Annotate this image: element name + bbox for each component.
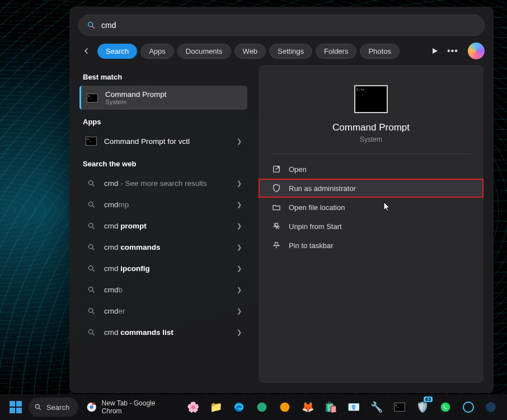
taskbar-app-chat[interactable] <box>481 396 501 418</box>
chevron-right-icon: ❯ <box>237 286 242 293</box>
taskbar-security[interactable]: 🛡️ 63 <box>412 396 433 418</box>
taskbar-explorer[interactable]: 📁 <box>206 396 227 418</box>
result-subtitle: System <box>105 99 242 105</box>
mail-icon: 📧 <box>348 401 360 413</box>
shield-icon <box>272 184 281 193</box>
chevron-right-icon: ❯ <box>237 222 242 230</box>
chevron-right-icon: ❯ <box>237 138 242 145</box>
result-title: cmd commands <box>104 243 233 251</box>
chevron-right-icon: ❯ <box>237 307 242 315</box>
preview-pane: Command Prompt System OpenRun as adminis… <box>259 65 483 383</box>
action-folder[interactable]: Open file location <box>259 198 483 217</box>
edge-icon <box>233 402 245 413</box>
web-result-item[interactable]: cmd ipconfig ❯ <box>79 258 247 279</box>
search-icon <box>34 403 42 411</box>
more-button[interactable]: ••• <box>445 44 460 58</box>
tab-apps[interactable]: Apps <box>140 44 174 59</box>
search-bar[interactable] <box>78 15 485 36</box>
taskbar: Search New Tab - Google Chrom 🌸 📁 🦊 🛍️ 📧… <box>0 394 507 420</box>
result-title: cmd ipconfig <box>104 264 233 273</box>
folder-icon <box>272 203 281 212</box>
open-icon <box>272 165 281 174</box>
preview-subtitle: System <box>259 136 483 143</box>
folder-icon: 📁 <box>210 401 222 413</box>
best-match-item[interactable]: Command Prompt System <box>79 86 247 110</box>
svg-point-7 <box>88 308 93 312</box>
taskbar-edge-canary[interactable] <box>275 396 295 418</box>
action-shield[interactable]: Run as administrator <box>259 179 483 198</box>
chevron-right-icon: ❯ <box>237 201 242 208</box>
result-title: cmdmp <box>104 200 233 209</box>
store-icon: 🛍️ <box>325 401 337 413</box>
search-icon <box>85 326 97 338</box>
web-result-item[interactable]: cmd prompt ❯ <box>79 215 247 236</box>
web-result-item[interactable]: cmd commands ❯ <box>79 236 247 258</box>
tab-search[interactable]: Search <box>97 44 137 59</box>
web-result-item[interactable]: cmdmp ❯ <box>79 194 247 215</box>
svg-point-17 <box>463 402 473 412</box>
taskbar-search[interactable]: Search <box>29 398 78 417</box>
action-label: Pin to taskbar <box>289 241 334 250</box>
circle-icon <box>463 402 474 413</box>
chat-icon <box>485 402 496 413</box>
edge-canary-icon <box>279 402 290 413</box>
tab-folders[interactable]: Folders <box>316 44 356 59</box>
action-pin[interactable]: Pin to taskbar <box>259 236 483 255</box>
taskbar-edge[interactable] <box>229 396 250 418</box>
result-title: Command Prompt for vctl <box>104 137 233 146</box>
chevron-right-icon: ❯ <box>237 329 242 336</box>
svg-point-6 <box>88 287 93 291</box>
shield-icon: 🛡️ <box>416 401 429 413</box>
result-title: cmder <box>104 307 233 315</box>
tab-documents[interactable]: Documents <box>177 44 231 59</box>
chevron-right-icon: ❯ <box>237 244 242 251</box>
taskbar-chrome[interactable]: New Tab - Google Chrom <box>81 396 181 418</box>
taskbar-mail[interactable]: 📧 <box>343 396 364 418</box>
taskbar-edge-dev[interactable] <box>252 396 273 418</box>
start-search-panel: Search Apps Documents Web Settings Folde… <box>69 7 494 393</box>
taskbar-whatsapp[interactable] <box>435 396 456 418</box>
taskbar-firefox[interactable]: 🦊 <box>297 396 318 418</box>
preview-app-icon <box>354 85 388 113</box>
start-button[interactable] <box>6 396 26 418</box>
action-unpin[interactable]: Unpin from Start <box>259 217 483 236</box>
svg-point-1 <box>88 180 93 185</box>
tab-photos[interactable]: Photos <box>360 44 399 59</box>
copilot-button[interactable] <box>468 43 485 59</box>
svg-point-4 <box>88 244 93 249</box>
web-result-item[interactable]: cmder ❯ <box>79 300 247 321</box>
result-title: cmdb <box>104 286 233 294</box>
svg-point-8 <box>88 329 93 334</box>
tab-settings[interactable]: Settings <box>269 44 312 59</box>
search-input[interactable] <box>101 21 476 30</box>
play-button[interactable] <box>428 44 442 58</box>
taskbar-terminal[interactable] <box>389 396 410 418</box>
web-result-item[interactable]: cmd commands list ❯ <box>79 321 247 343</box>
chrome-icon <box>86 402 97 413</box>
result-title: Command Prompt <box>105 90 242 99</box>
terminal-icon <box>394 403 405 412</box>
cmd-app-icon <box>85 135 97 147</box>
taskbar-app-flower[interactable]: 🌸 <box>183 396 204 418</box>
taskbar-tool[interactable]: 🔧 <box>366 396 387 418</box>
taskbar-app-blue[interactable] <box>458 396 478 418</box>
results-column: Best match Command Prompt System Apps Co… <box>79 65 247 383</box>
play-icon <box>431 48 438 54</box>
result-title: cmd prompt <box>104 222 233 230</box>
svg-point-14 <box>257 403 267 412</box>
web-result-item[interactable]: cmd - See more search results ❯ <box>79 172 247 194</box>
back-button[interactable] <box>78 43 94 59</box>
svg-point-12 <box>90 405 93 409</box>
search-icon <box>85 241 97 253</box>
action-open[interactable]: Open <box>259 160 483 179</box>
pin-icon <box>272 241 281 250</box>
apps-label: Apps <box>83 118 247 126</box>
arrow-left-icon <box>82 46 91 55</box>
svg-point-0 <box>88 22 93 27</box>
svg-point-5 <box>88 265 93 270</box>
app-result-item[interactable]: Command Prompt for vctl ❯ <box>79 130 247 152</box>
badge-count: 63 <box>424 396 433 402</box>
taskbar-store[interactable]: 🛍️ <box>320 396 341 418</box>
web-result-item[interactable]: cmdb ❯ <box>79 279 247 300</box>
tab-web[interactable]: Web <box>234 44 266 59</box>
